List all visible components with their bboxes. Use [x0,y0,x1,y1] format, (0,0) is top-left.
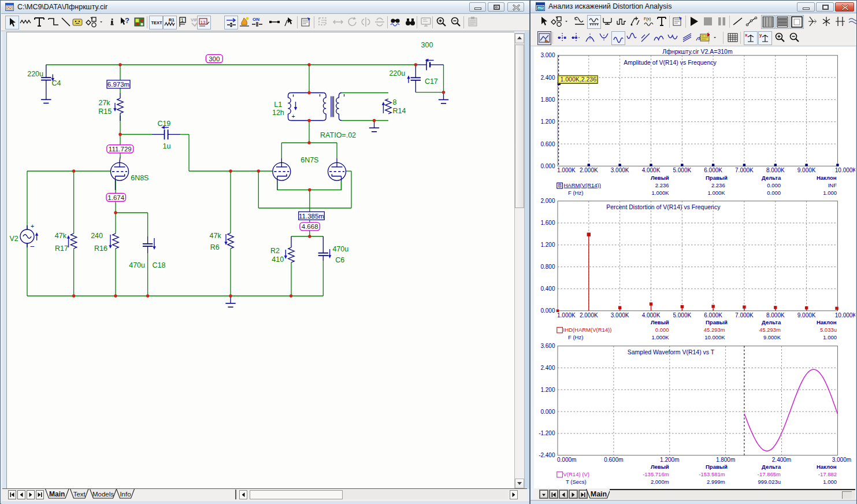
svg-text:4.000K: 4.000K [642,312,661,318]
svg-text:1.800: 1.800 [540,97,555,103]
svg-text:0.000: 0.000 [767,182,781,188]
svg-text:470u: 470u [332,245,348,253]
svg-text:Main: Main [49,490,65,498]
svg-text:13: 13 [201,20,206,25]
svg-text:y: y [759,32,762,38]
svg-text:9.000K: 9.000K [797,312,816,318]
svg-text:1: 1 [181,17,184,23]
svg-text:240: 240 [91,232,103,240]
svg-text:Дельта: Дельта [762,319,781,325]
svg-text:1.800m: 1.800m [716,457,735,463]
svg-text:0.000: 0.000 [540,307,555,314]
svg-text:R6: R6 [210,243,220,251]
svg-text:C17: C17 [425,77,438,86]
svg-text:12h: 12h [272,109,284,117]
svg-text:300: 300 [421,41,433,49]
svg-text:F (Hz): F (Hz) [568,334,583,340]
svg-text:TEXT: TEXT [151,20,163,25]
svg-text:2.000K: 2.000K [580,312,598,318]
svg-text:–: – [31,242,35,250]
svg-text:6N8S: 6N8S [131,174,149,182]
svg-text:+: + [292,113,295,120]
svg-text:2.000K: 2.000K [580,167,598,173]
svg-text:300: 300 [209,55,220,62]
svg-text:10.000K: 10.000K [704,334,725,340]
svg-text:999.023u: 999.023u [758,479,781,485]
svg-text:0.600m: 0.600m [604,457,623,463]
svg-text:47k: 47k [55,232,67,240]
svg-text:0.000: 0.000 [540,409,555,415]
svg-text:1.000: 1.000 [823,334,837,340]
svg-text:-135.716m: -135.716m [643,471,669,477]
svg-text:0.600: 0.600 [540,141,555,147]
svg-text:2.400: 2.400 [540,75,555,81]
svg-text:IHD(HARM(V(R14)): IHD(HARM(V(R14)) [563,327,612,333]
svg-text:Наклон: Наклон [817,464,837,470]
svg-text:?: ? [125,16,129,25]
svg-text:Percent Distortion of V(R14) v: Percent Distortion of V(R14) vs Frequenc… [606,203,721,210]
svg-text:Sampled Waveform V(R14) vs T: Sampled Waveform V(R14) vs T [628,349,715,355]
svg-text:+: + [31,223,34,229]
svg-text:5.000K: 5.000K [673,167,691,173]
svg-text:R1: R1 [169,17,175,23]
svg-text:R2: R2 [270,247,280,255]
svg-text:ON: ON [253,17,259,22]
svg-text:6N7S: 6N7S [300,156,318,164]
svg-text:1.000: 1.000 [823,479,837,485]
svg-text:0.000: 0.000 [655,327,669,333]
svg-text:-17.865m: -17.865m [758,471,781,477]
svg-text:8: 8 [393,98,397,106]
svg-text:RATIO=.02: RATIO=.02 [320,131,356,139]
svg-text:8.000K: 8.000K [766,312,785,318]
svg-text:Левый: Левый [651,464,669,470]
svg-text:1.674: 1.674 [107,194,124,201]
svg-text:6.000K: 6.000K [704,167,722,173]
svg-text:0.000: 0.000 [540,163,555,169]
svg-text:x: x [745,32,748,38]
svg-text:45.293m: 45.293m [704,327,725,333]
svg-text:R14: R14 [393,107,406,115]
svg-text:3.000K: 3.000K [611,167,629,173]
svg-text:Models: Models [92,491,114,498]
svg-text:2.236: 2.236 [711,182,725,188]
svg-text:5.000K: 5.000K [673,312,691,318]
svg-text:Левый: Левый [651,319,669,325]
svg-text:INF: INF [828,182,837,188]
svg-text:220u: 220u [27,70,43,78]
svg-text:Наклон: Наклон [817,175,837,181]
svg-text:Лфнркшту.cir V2.A=310m: Лфнркшту.cir V2.A=310m [662,48,733,55]
svg-text:1.200: 1.200 [540,387,555,393]
svg-text:Main: Main [591,490,607,498]
svg-text:V(R14) (V): V(R14) (V) [563,471,589,477]
svg-text:R16: R16 [94,244,107,253]
svg-text:C18: C18 [153,261,166,269]
svg-text:470u: 470u [129,261,145,269]
svg-text:4.000K: 4.000K [642,167,661,173]
svg-text:Дельта: Дельта [762,175,781,181]
svg-text:2.000: 2.000 [540,198,555,204]
svg-text:Наклон: Наклон [817,319,837,325]
svg-text:0.000m: 0.000m [557,457,576,463]
svg-text:Info: Info [120,491,131,498]
svg-text:-17.882: -17.882 [818,471,837,477]
svg-text:220u: 220u [389,69,405,77]
svg-text:0.000: 0.000 [767,190,781,196]
svg-text:2.999m: 2.999m [707,479,725,485]
svg-text:1.000K: 1.000K [708,190,726,196]
svg-text:8.000K: 8.000K [766,167,785,173]
svg-text:4.668: 4.668 [302,223,318,230]
svg-text:2.400: 2.400 [540,365,555,371]
svg-text:Дельта: Дельта [762,464,781,470]
svg-text:1.000K: 1.000K [651,190,669,196]
svg-text:Правый: Правый [706,464,728,470]
svg-text:-153.581m: -153.581m [699,471,725,477]
svg-text:-2.400: -2.400 [539,452,555,458]
svg-text:0.800: 0.800 [540,264,555,270]
svg-text:1u: 1u [163,142,171,150]
svg-text:1.000K: 1.000K [557,312,576,318]
svg-text:2.236: 2.236 [655,182,669,188]
svg-text:3.000K: 3.000K [611,312,629,318]
svg-text:3.000: 3.000 [540,52,555,58]
svg-text:1.200m: 1.200m [660,457,679,463]
svg-text:1.200: 1.200 [540,242,555,248]
